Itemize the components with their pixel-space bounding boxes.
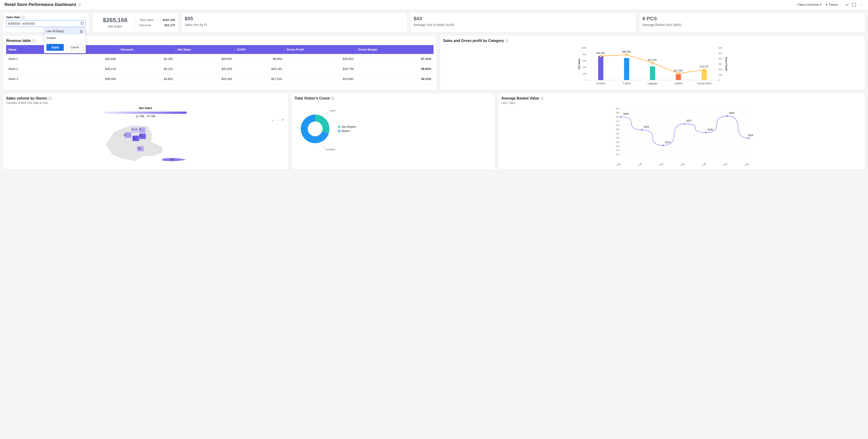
svg-text:9/18/2020: 9/18/2020 xyxy=(612,163,621,165)
table-header[interactable]: Gross Profit xyxy=(284,45,356,54)
svg-text:320: 320 xyxy=(616,145,619,147)
filters-overview-button[interactable]: Filters Overview ▾ xyxy=(798,3,821,6)
table-cell: $16,738 xyxy=(284,64,356,74)
total-sales-row: Total Sales $287,336 xyxy=(140,18,175,22)
header-icon-group: ··· xyxy=(841,3,863,7)
legend-non-buyers-label: Non Buyers xyxy=(342,125,356,128)
net-sales-value: $265,166 xyxy=(97,17,133,24)
table-cell: Store 1 xyxy=(6,54,52,64)
total-sales-val: $287,336 xyxy=(163,18,175,22)
svg-text:Causal Shirts: Causal Shirts xyxy=(697,82,711,85)
info-icon[interactable]: i xyxy=(505,39,508,42)
svg-text:$460: $460 xyxy=(623,113,629,115)
svg-point-36 xyxy=(677,73,679,75)
info-icon[interactable]: i xyxy=(331,97,334,100)
svg-rect-28 xyxy=(702,70,707,80)
svg-rect-0 xyxy=(81,22,84,25)
svg-text:20K: 20K xyxy=(583,72,587,75)
cancel-button[interactable]: Cancel xyxy=(66,44,83,51)
sales-date-value: 8/26/2020 - 9/24/2020 xyxy=(8,22,35,25)
table-header[interactable]: COGS xyxy=(235,45,284,54)
table-header[interactable]: Discount xyxy=(118,45,175,54)
map-card: Sales volume by Stores i Counties of New… xyxy=(3,93,288,169)
map-title: Sales volume by Stores i xyxy=(6,96,285,100)
svg-point-53 xyxy=(308,122,322,136)
discount-val: $22,170 xyxy=(164,24,175,27)
svg-text:$358: $358 xyxy=(748,134,753,136)
total-sales-key: Total Sales xyxy=(140,18,154,22)
date-option-custom-label: Custom xyxy=(46,36,56,40)
header-actions: Filters Overview ▾ ✦ Theme ··· xyxy=(798,3,863,7)
expand-icon[interactable] xyxy=(852,3,856,7)
table-cell: Store 3 xyxy=(6,74,52,84)
net-sales-main: $265,166 Net Sales xyxy=(95,16,135,29)
sales-date-label: Sales Date i xyxy=(6,16,86,19)
map-subtitle: Counties of New York state in USA xyxy=(6,101,285,104)
svg-text:60K: 60K xyxy=(583,59,587,62)
info-icon[interactable]: i xyxy=(49,97,52,100)
cursor-icon xyxy=(80,30,83,34)
info-icon[interactable]: i xyxy=(32,39,35,42)
date-option-last-30[interactable]: Last 30 Day(s) xyxy=(44,28,86,35)
svg-text:9/21/2020: 9/21/2020 xyxy=(676,163,685,165)
page-title: Retail Store Performance Dashboard i xyxy=(5,2,81,7)
legend-non-buyers: Non Buyers xyxy=(338,125,356,128)
svg-text:400: 400 xyxy=(616,128,619,130)
map-reset-icon[interactable]: ⟳ xyxy=(282,118,284,122)
table-row[interactable]: Store 2$36,116$3,231$32,925$16,192$16,73… xyxy=(6,64,434,74)
category-chart-title: Sales and Gross profit by Category i xyxy=(443,39,862,43)
svg-point-91 xyxy=(684,123,686,125)
category-chart-title-text: Sales and Gross profit by Category xyxy=(443,39,504,43)
sales-date-filter-card: Sales Date i 8/26/2020 - 9/24/2020 Last … xyxy=(3,12,89,33)
info-icon[interactable]: i xyxy=(22,16,25,19)
svg-text:(48,885) (70%): (48,885) (70%) xyxy=(326,148,335,151)
sales-date-input[interactable]: 8/26/2020 - 9/24/2020 xyxy=(6,20,86,27)
svg-text:9/20/2020: 9/20/2020 xyxy=(654,163,663,165)
svg-text:Je..: Je.. xyxy=(123,134,127,136)
table-cell: $33,361 xyxy=(175,74,235,84)
svg-point-85 xyxy=(641,129,643,131)
svg-text:$12.03K: $12.03K xyxy=(674,69,683,72)
map-legend-title: Net Sales xyxy=(6,106,285,110)
svg-text:20K: 20K xyxy=(718,68,722,71)
svg-point-30 xyxy=(600,55,602,57)
date-option-last-30-label: Last 30 Day(s) xyxy=(46,30,64,33)
date-dropdown-actions: Apply Cancel xyxy=(44,41,86,53)
svg-text:30K: 30K xyxy=(718,63,722,65)
svg-point-38 xyxy=(703,69,705,71)
visitor-donut-chart: (20,562) (30%)(48,885) (70%) xyxy=(294,103,336,155)
svg-rect-20 xyxy=(598,56,603,80)
glasses-icon[interactable] xyxy=(845,3,849,7)
map-zoom-out-icon[interactable]: － xyxy=(276,118,279,122)
svg-text:10K: 10K xyxy=(718,73,722,76)
svg-text:0: 0 xyxy=(718,79,719,81)
theme-label: Theme xyxy=(829,3,838,6)
table-cell: $17,519 xyxy=(235,74,284,84)
svg-rect-22 xyxy=(624,58,629,80)
more-icon[interactable]: ··· xyxy=(859,3,863,7)
svg-text:380: 380 xyxy=(616,132,619,135)
svg-text:40K: 40K xyxy=(718,57,722,60)
table-header[interactable]: Gross Margin xyxy=(356,45,434,54)
theme-button[interactable]: ✦ Theme xyxy=(825,3,838,6)
info-icon[interactable]: i xyxy=(78,3,81,6)
map-zoom-in-icon[interactable]: ＋ xyxy=(271,118,274,122)
abv-title: Average Basket Value i xyxy=(501,96,862,100)
table-row[interactable]: Store 3$36,954$3,601$33,361$17,519$15,84… xyxy=(6,74,434,84)
page-title-text: Retail Store Performance Dashboard xyxy=(5,2,76,7)
table-row[interactable]: Store 1$30,836$1,262$29,603$8,950$20,652… xyxy=(6,54,434,64)
discount-key: Discount xyxy=(140,24,151,27)
apply-button[interactable]: Apply xyxy=(46,44,64,51)
abs-label: Average Basket Size (ABS) xyxy=(643,23,862,27)
ny-state-map[interactable]: St. La..Fr..Je..Es..H..Del..Suf.. xyxy=(6,119,285,165)
abs-value: 6 PCS xyxy=(643,16,862,22)
info-icon[interactable]: i xyxy=(540,97,544,100)
date-option-custom[interactable]: Custom xyxy=(44,35,86,41)
svg-text:80K: 80K xyxy=(583,53,587,56)
table-cell: $36,954 xyxy=(52,74,118,84)
svg-text:St. La..: St. La.. xyxy=(132,128,138,130)
revenue-table-title-text: Revenue table xyxy=(6,39,31,43)
table-header[interactable]: Net Sales xyxy=(175,45,235,54)
svg-point-97 xyxy=(726,115,728,117)
svg-text:$324: $324 xyxy=(665,141,671,144)
